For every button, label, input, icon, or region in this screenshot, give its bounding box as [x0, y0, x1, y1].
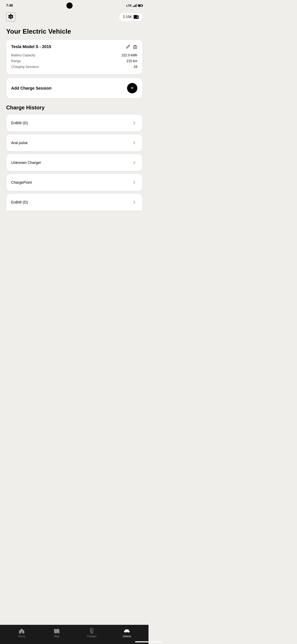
history-item-name: Aral pulse: [11, 141, 28, 145]
plus-icon: +: [131, 85, 134, 91]
delete-vehicle-button[interactable]: [133, 44, 137, 49]
page-title: Your Electric Vehicle: [6, 28, 142, 35]
history-item[interactable]: EnBW (D): [6, 114, 142, 132]
signal-icon: [133, 4, 137, 7]
history-item-name: EnBW (D): [11, 121, 28, 125]
camera-dot: [66, 2, 73, 9]
sessions-value: 24: [134, 65, 137, 69]
edit-icon: [126, 44, 130, 49]
history-item-name: ChargePoint: [11, 180, 32, 185]
main-content: Your Electric Vehicle Tesla Model S - 20…: [0, 26, 148, 240]
vehicle-card: Tesla Model S - 2015 Bat: [6, 40, 142, 74]
battery-value: 222.0 kWh: [122, 54, 137, 57]
add-session-card[interactable]: Add Charge Session +: [6, 78, 142, 98]
settings-button[interactable]: [6, 12, 15, 22]
add-session-button[interactable]: +: [127, 83, 137, 93]
history-item[interactable]: EnBW (D): [6, 194, 142, 211]
chevron-right-icon: [131, 120, 137, 126]
network-type: LTE: [126, 4, 132, 7]
vehicle-card-header: Tesla Model S - 2015: [11, 44, 137, 49]
svg-point-2: [137, 16, 138, 18]
chevron-right-icon: [131, 140, 137, 146]
trash-icon: [133, 44, 137, 49]
wallet-icon: [134, 15, 139, 19]
battery-icon: [138, 4, 142, 7]
vehicle-name: Tesla Model S - 2015: [11, 44, 51, 49]
balance-button[interactable]: 2.15K: [119, 13, 142, 21]
status-time: 7:48: [6, 4, 13, 8]
range-value: 215 km: [127, 59, 137, 63]
top-bar: 2.15K: [0, 10, 148, 26]
history-item[interactable]: ChargePoint: [6, 174, 142, 191]
svg-rect-1: [134, 15, 137, 16]
status-right: LTE: [126, 4, 142, 7]
history-list: EnBW (D) Aral pulse Unknown Charger Char…: [6, 114, 142, 211]
sessions-label: Charging Sessions: [11, 65, 39, 69]
charge-history-title: Charge History: [6, 104, 142, 111]
history-item-name: EnBW (D): [11, 200, 28, 204]
history-item[interactable]: Unknown Charger: [6, 154, 142, 171]
range-row: Range 215 km: [11, 58, 137, 64]
edit-vehicle-button[interactable]: [126, 44, 130, 49]
balance-amount: 2.15K: [123, 15, 132, 19]
range-label: Range: [11, 59, 21, 63]
chevron-right-icon: [131, 179, 137, 186]
vehicle-actions: [126, 44, 137, 49]
chevron-right-icon: [131, 199, 137, 206]
history-item-name: Unknown Charger: [11, 160, 41, 165]
sessions-row: Charging Sessions 24: [11, 64, 137, 70]
chevron-right-icon: [131, 160, 137, 166]
gear-icon: [7, 14, 14, 20]
battery-row: Battery Capacity 222.0 kWh: [11, 52, 137, 58]
history-item[interactable]: Aral pulse: [6, 134, 142, 151]
status-bar: 7:48 LTE: [0, 0, 148, 10]
add-session-label: Add Charge Session: [11, 86, 51, 90]
status-camera-area: [66, 2, 73, 9]
battery-label: Battery Capacity: [11, 54, 35, 57]
